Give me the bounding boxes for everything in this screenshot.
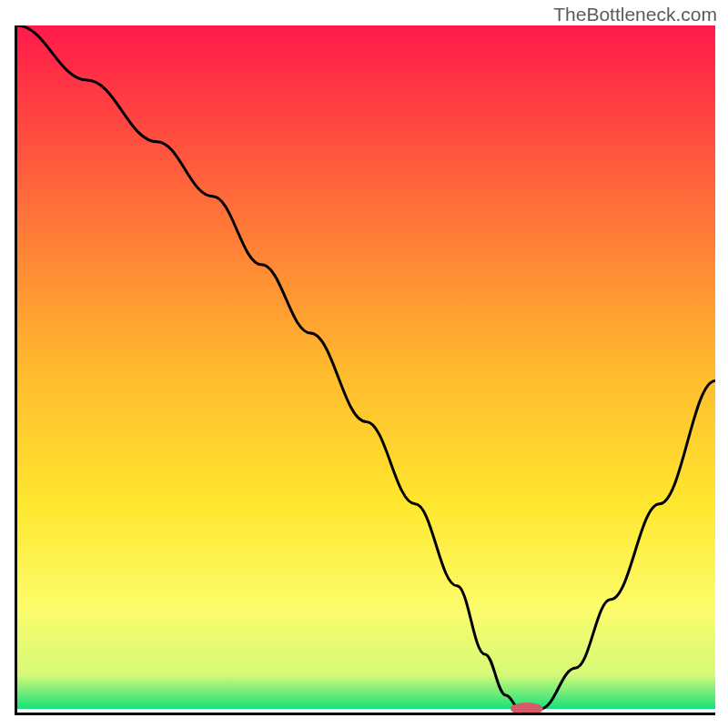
watermark-label: TheBottleneck.com	[553, 4, 717, 25]
chart-svg	[17, 25, 715, 713]
chart-plot-area	[15, 25, 715, 715]
chart-background-gradient	[17, 25, 715, 709]
